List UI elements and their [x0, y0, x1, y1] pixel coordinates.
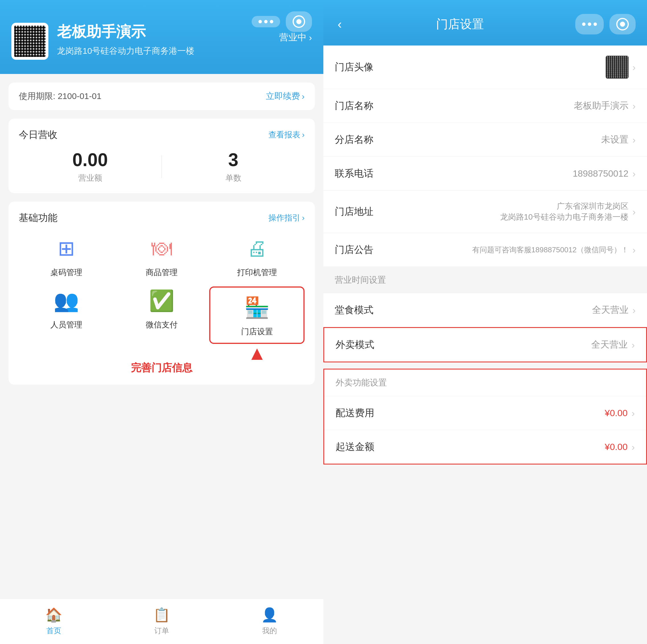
avatar-right: › — [606, 56, 636, 79]
dots-icon — [259, 20, 273, 23]
orders-stat: 3 单数 — [162, 150, 304, 183]
settings-row-address[interactable]: 门店地址 广东省深圳市龙岗区龙岗路10号硅谷动力电子商务港一楼 › — [324, 190, 647, 233]
function-grid: ⊞ 桌码管理 🍽 商品管理 🖨 打印机管理 👥 人员管理 ✅ 微信支付 🏪 — [19, 234, 304, 344]
address-value: 广东省深圳市龙岗区龙岗路10号硅谷动力电子商务港一楼 — [500, 201, 629, 223]
spacer-1 — [324, 363, 647, 369]
orders-icon: 📋 — [153, 607, 170, 623]
settings-list: 门店头像 › 门店名称 老板助手演示 › 分店名称 未设置 › 联系电话 — [324, 46, 647, 644]
settings-row-phone[interactable]: 联系电话 18988750012 › — [324, 157, 647, 190]
wechat-label: 微信支付 — [146, 319, 177, 330]
guide-link[interactable]: 操作指引 › — [269, 213, 304, 223]
revenue-amount-stat: 0.00 营业额 — [19, 150, 161, 183]
takeout-features-header: 外卖功能设置 — [324, 370, 646, 396]
bottom-nav: 🏠 首页 📋 订单 👤 我的 — [0, 598, 324, 644]
nav-profile[interactable]: 👤 我的 — [215, 607, 324, 636]
settings-row-name[interactable]: 门店名称 老板助手演示 › — [324, 89, 647, 123]
printer-label: 打印机管理 — [237, 267, 277, 278]
notice-right: 有问题可咨询客服18988750012（微信同号）！ › — [472, 244, 636, 255]
more-button[interactable] — [251, 16, 280, 27]
goods-label: 商品管理 — [146, 267, 177, 278]
functions-title: 基础功能 — [19, 211, 58, 225]
phone-chevron: › — [633, 168, 636, 179]
avatar-chevron: › — [633, 62, 636, 73]
nav-orders-label: 订单 — [154, 626, 169, 636]
left-panel: 老板助手演示 龙岗路10号硅谷动力电子商务港一楼 营业中 › 使用期限: 210… — [0, 0, 324, 644]
hint-text: 完善门店信息 — [19, 361, 304, 375]
right-camera-icon — [616, 18, 629, 30]
right-top-icons — [575, 14, 636, 34]
min-order-right: ¥0.00 › — [605, 441, 635, 453]
left-top-icons — [251, 11, 312, 32]
settings-row-min-order[interactable]: 起送金额 ¥0.00 › — [324, 430, 646, 464]
camera-icon — [293, 15, 305, 28]
settings-row-delivery-fee[interactable]: 配送费用 ¥0.00 › — [324, 396, 646, 430]
takeout-right: 全天营业 › — [591, 338, 635, 351]
revenue-amount-label: 营业额 — [78, 173, 102, 183]
function-item-printer[interactable]: 🖨 打印机管理 — [209, 234, 304, 278]
back-button[interactable]: ‹ — [335, 14, 345, 34]
expiry-bar: 使用期限: 2100-01-01 立即续费 › — [8, 82, 315, 110]
store-settings-label: 门店设置 — [241, 326, 273, 337]
notice-value: 有问题可咨询客服18988750012（微信同号）！ — [472, 245, 629, 255]
nav-home[interactable]: 🏠 首页 — [0, 607, 108, 636]
settings-row-dine-in[interactable]: 堂食模式 全天营业 › — [324, 293, 647, 327]
camera-button[interactable] — [286, 11, 312, 32]
function-item-table[interactable]: ⊞ 桌码管理 — [19, 234, 114, 278]
printer-icon: 🖨 — [243, 234, 271, 262]
notice-label: 门店公告 — [335, 243, 373, 256]
dine-in-chevron: › — [633, 305, 636, 316]
settings-row-avatar[interactable]: 门店头像 › — [324, 46, 647, 89]
settings-row-takeout[interactable]: 外卖模式 全天营业 › — [324, 328, 646, 361]
renew-link[interactable]: 立即续费 › — [266, 90, 304, 102]
name-chevron: › — [633, 100, 636, 111]
store-settings-icon: 🏪 — [243, 293, 271, 322]
name-label: 门店名称 — [335, 99, 373, 112]
function-item-goods[interactable]: 🍽 商品管理 — [114, 234, 210, 278]
orders-label: 单数 — [225, 173, 241, 183]
store-address: 龙岗路10号硅谷动力电子商务港一楼 — [57, 45, 312, 57]
right-more-button[interactable] — [575, 14, 604, 34]
home-icon: 🏠 — [45, 607, 62, 623]
revenue-section: 今日营收 查看报表 › 0.00 营业额 3 单数 — [8, 118, 315, 193]
phone-value: 18988750012 — [573, 168, 629, 179]
branch-right: 未设置 › — [601, 134, 636, 146]
takeout-section: 外卖模式 全天营业 › — [324, 327, 647, 363]
branch-value: 未设置 — [601, 134, 629, 146]
takeout-label: 外卖模式 — [336, 338, 374, 351]
nav-orders[interactable]: 📋 订单 — [108, 607, 216, 636]
function-item-store-settings[interactable]: 🏪 门店设置 — [209, 287, 304, 344]
delivery-fee-label: 配送费用 — [336, 406, 374, 419]
name-value: 老板助手演示 — [574, 99, 629, 112]
view-report-link[interactable]: 查看报表 › — [269, 130, 304, 140]
min-order-value: ¥0.00 — [605, 442, 628, 452]
staff-label: 人员管理 — [50, 319, 82, 330]
takeout-chevron: › — [632, 339, 635, 350]
business-hours-section-header: 营业时间设置 — [324, 267, 647, 293]
takeout-features-section: 外卖功能设置 配送费用 ¥0.00 › 起送金额 ¥0.00 › — [324, 369, 647, 465]
settings-row-notice[interactable]: 门店公告 有问题可咨询客服18988750012（微信同号）！ › — [324, 233, 647, 267]
avatar-label: 门店头像 — [335, 61, 373, 74]
delivery-fee-value: ¥0.00 — [605, 408, 628, 418]
name-right: 老板助手演示 › — [574, 99, 636, 112]
phone-right: 18988750012 › — [573, 168, 636, 179]
store-status-badge[interactable]: 营业中 › — [279, 31, 312, 44]
min-order-chevron: › — [632, 441, 635, 453]
min-order-label: 起送金额 — [336, 440, 374, 454]
expiry-text: 使用期限: 2100-01-01 — [19, 90, 101, 102]
settings-row-branch[interactable]: 分店名称 未设置 › — [324, 123, 647, 157]
right-camera-button[interactable] — [609, 14, 636, 34]
functions-section: 基础功能 操作指引 › ⊞ 桌码管理 🍽 商品管理 🖨 打印机管理 👥 — [8, 202, 315, 385]
function-item-wechat[interactable]: ✅ 微信支付 — [114, 287, 210, 344]
goods-icon: 🍽 — [147, 234, 176, 262]
branch-chevron: › — [633, 134, 636, 145]
delivery-fee-right: ¥0.00 › — [605, 408, 635, 419]
table-icon: ⊞ — [52, 234, 81, 262]
dine-in-label: 堂食模式 — [335, 304, 373, 317]
table-label: 桌码管理 — [50, 267, 82, 278]
address-right: 广东省深圳市龙岗区龙岗路10号硅谷动力电子商务港一楼 › — [500, 201, 636, 223]
function-item-staff[interactable]: 👥 人员管理 — [19, 287, 114, 344]
profile-icon: 👤 — [261, 607, 278, 623]
staff-icon: 👥 — [52, 287, 81, 315]
delivery-fee-chevron: › — [632, 408, 635, 419]
right-dots-icon — [582, 22, 597, 26]
